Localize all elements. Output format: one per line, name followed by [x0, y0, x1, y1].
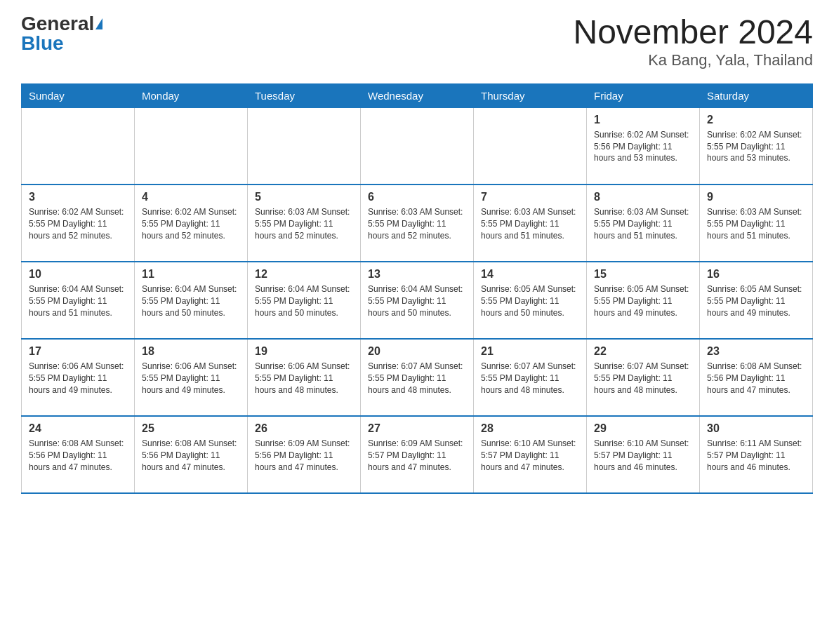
day-number: 24 [29, 422, 127, 435]
day-number: 3 [29, 191, 127, 203]
calendar-cell: 5Sunrise: 6:03 AM Sunset: 5:55 PM Daylig… [248, 185, 361, 262]
title-block: November 2024 Ka Bang, Yala, Thailand [573, 14, 813, 69]
day-info: Sunrise: 6:09 AM Sunset: 5:56 PM Dayligh… [255, 438, 353, 473]
day-number: 4 [142, 191, 240, 203]
day-info: Sunrise: 6:11 AM Sunset: 5:57 PM Dayligh… [707, 438, 805, 473]
day-info: Sunrise: 6:10 AM Sunset: 5:57 PM Dayligh… [481, 438, 579, 473]
day-info: Sunrise: 6:07 AM Sunset: 5:55 PM Dayligh… [594, 361, 692, 396]
day-info: Sunrise: 6:08 AM Sunset: 5:56 PM Dayligh… [707, 361, 805, 396]
day-info: Sunrise: 6:04 AM Sunset: 5:55 PM Dayligh… [29, 283, 127, 318]
day-number: 30 [707, 422, 805, 435]
calendar-body: 1Sunrise: 6:02 AM Sunset: 5:56 PM Daylig… [22, 107, 813, 493]
calendar-cell: 9Sunrise: 6:03 AM Sunset: 5:55 PM Daylig… [700, 185, 813, 262]
day-info: Sunrise: 6:04 AM Sunset: 5:55 PM Dayligh… [142, 283, 240, 318]
day-number: 8 [594, 191, 692, 203]
calendar-header: SundayMondayTuesdayWednesdayThursdayFrid… [22, 83, 813, 107]
calendar-cell: 26Sunrise: 6:09 AM Sunset: 5:56 PM Dayli… [248, 416, 361, 493]
day-number: 28 [481, 422, 579, 435]
day-number: 1 [594, 114, 692, 126]
day-number: 12 [255, 268, 353, 281]
calendar-cell: 10Sunrise: 6:04 AM Sunset: 5:55 PM Dayli… [22, 262, 135, 339]
header-row: SundayMondayTuesdayWednesdayThursdayFrid… [22, 83, 813, 107]
calendar-cell: 11Sunrise: 6:04 AM Sunset: 5:55 PM Dayli… [135, 262, 248, 339]
calendar-cell: 3Sunrise: 6:02 AM Sunset: 5:55 PM Daylig… [22, 185, 135, 262]
calendar-cell [248, 107, 361, 185]
day-info: Sunrise: 6:06 AM Sunset: 5:55 PM Dayligh… [255, 361, 353, 396]
day-number: 17 [29, 345, 127, 358]
calendar-cell [361, 107, 474, 185]
header-friday: Friday [587, 83, 700, 107]
logo: General Blue [21, 14, 102, 53]
header-thursday: Thursday [474, 83, 587, 107]
calendar-cell [474, 107, 587, 185]
day-number: 5 [255, 191, 353, 203]
day-info: Sunrise: 6:06 AM Sunset: 5:55 PM Dayligh… [29, 361, 127, 396]
page-subtitle: Ka Bang, Yala, Thailand [573, 51, 813, 69]
calendar-cell: 23Sunrise: 6:08 AM Sunset: 5:56 PM Dayli… [700, 339, 813, 416]
calendar-cell: 21Sunrise: 6:07 AM Sunset: 5:55 PM Dayli… [474, 339, 587, 416]
week-row-0: 1Sunrise: 6:02 AM Sunset: 5:56 PM Daylig… [22, 107, 813, 185]
day-info: Sunrise: 6:04 AM Sunset: 5:55 PM Dayligh… [255, 283, 353, 318]
calendar-cell: 20Sunrise: 6:07 AM Sunset: 5:55 PM Dayli… [361, 339, 474, 416]
day-number: 27 [368, 422, 466, 435]
logo-blue-text: Blue [21, 34, 64, 53]
day-info: Sunrise: 6:03 AM Sunset: 5:55 PM Dayligh… [707, 206, 805, 241]
calendar-cell: 6Sunrise: 6:03 AM Sunset: 5:55 PM Daylig… [361, 185, 474, 262]
calendar-cell: 8Sunrise: 6:03 AM Sunset: 5:55 PM Daylig… [587, 185, 700, 262]
calendar-cell: 18Sunrise: 6:06 AM Sunset: 5:55 PM Dayli… [135, 339, 248, 416]
calendar-cell: 17Sunrise: 6:06 AM Sunset: 5:55 PM Dayli… [22, 339, 135, 416]
day-number: 10 [29, 268, 127, 281]
day-number: 23 [707, 345, 805, 358]
day-number: 14 [481, 268, 579, 281]
header-tuesday: Tuesday [248, 83, 361, 107]
day-info: Sunrise: 6:09 AM Sunset: 5:57 PM Dayligh… [368, 438, 466, 473]
calendar-cell: 19Sunrise: 6:06 AM Sunset: 5:55 PM Dayli… [248, 339, 361, 416]
header-monday: Monday [135, 83, 248, 107]
page-header: General Blue November 2024 Ka Bang, Yala… [21, 14, 813, 69]
day-number: 16 [707, 268, 805, 281]
calendar-cell: 4Sunrise: 6:02 AM Sunset: 5:55 PM Daylig… [135, 185, 248, 262]
calendar-cell: 25Sunrise: 6:08 AM Sunset: 5:56 PM Dayli… [135, 416, 248, 493]
calendar-cell: 13Sunrise: 6:04 AM Sunset: 5:55 PM Dayli… [361, 262, 474, 339]
week-row-1: 3Sunrise: 6:02 AM Sunset: 5:55 PM Daylig… [22, 185, 813, 262]
calendar-cell: 30Sunrise: 6:11 AM Sunset: 5:57 PM Dayli… [700, 416, 813, 493]
calendar-cell: 2Sunrise: 6:02 AM Sunset: 5:55 PM Daylig… [700, 107, 813, 185]
calendar-table: SundayMondayTuesdayWednesdayThursdayFrid… [21, 83, 813, 495]
day-info: Sunrise: 6:02 AM Sunset: 5:55 PM Dayligh… [707, 129, 805, 164]
calendar-cell: 15Sunrise: 6:05 AM Sunset: 5:55 PM Dayli… [587, 262, 700, 339]
day-info: Sunrise: 6:04 AM Sunset: 5:55 PM Dayligh… [368, 283, 466, 318]
day-number: 15 [594, 268, 692, 281]
week-row-2: 10Sunrise: 6:04 AM Sunset: 5:55 PM Dayli… [22, 262, 813, 339]
day-info: Sunrise: 6:02 AM Sunset: 5:56 PM Dayligh… [594, 129, 692, 164]
day-info: Sunrise: 6:07 AM Sunset: 5:55 PM Dayligh… [481, 361, 579, 396]
day-info: Sunrise: 6:02 AM Sunset: 5:55 PM Dayligh… [142, 206, 240, 241]
day-number: 29 [594, 422, 692, 435]
calendar-cell: 29Sunrise: 6:10 AM Sunset: 5:57 PM Dayli… [587, 416, 700, 493]
day-number: 9 [707, 191, 805, 203]
day-number: 6 [368, 191, 466, 203]
calendar-cell: 1Sunrise: 6:02 AM Sunset: 5:56 PM Daylig… [587, 107, 700, 185]
logo-general-text: General [21, 14, 94, 34]
week-row-3: 17Sunrise: 6:06 AM Sunset: 5:55 PM Dayli… [22, 339, 813, 416]
day-info: Sunrise: 6:02 AM Sunset: 5:55 PM Dayligh… [29, 206, 127, 241]
day-info: Sunrise: 6:07 AM Sunset: 5:55 PM Dayligh… [368, 361, 466, 396]
day-info: Sunrise: 6:05 AM Sunset: 5:55 PM Dayligh… [594, 283, 692, 318]
day-number: 7 [481, 191, 579, 203]
week-row-4: 24Sunrise: 6:08 AM Sunset: 5:56 PM Dayli… [22, 416, 813, 493]
day-info: Sunrise: 6:06 AM Sunset: 5:55 PM Dayligh… [142, 361, 240, 396]
calendar-cell: 16Sunrise: 6:05 AM Sunset: 5:55 PM Dayli… [700, 262, 813, 339]
calendar-cell: 7Sunrise: 6:03 AM Sunset: 5:55 PM Daylig… [474, 185, 587, 262]
day-number: 22 [594, 345, 692, 358]
calendar-cell [135, 107, 248, 185]
calendar-cell: 12Sunrise: 6:04 AM Sunset: 5:55 PM Dayli… [248, 262, 361, 339]
day-number: 25 [142, 422, 240, 435]
calendar-cell [22, 107, 135, 185]
day-number: 18 [142, 345, 240, 358]
day-info: Sunrise: 6:05 AM Sunset: 5:55 PM Dayligh… [481, 283, 579, 318]
calendar-cell: 22Sunrise: 6:07 AM Sunset: 5:55 PM Dayli… [587, 339, 700, 416]
day-info: Sunrise: 6:05 AM Sunset: 5:55 PM Dayligh… [707, 283, 805, 318]
calendar-cell: 24Sunrise: 6:08 AM Sunset: 5:56 PM Dayli… [22, 416, 135, 493]
calendar-cell: 14Sunrise: 6:05 AM Sunset: 5:55 PM Dayli… [474, 262, 587, 339]
day-info: Sunrise: 6:10 AM Sunset: 5:57 PM Dayligh… [594, 438, 692, 473]
day-number: 20 [368, 345, 466, 358]
